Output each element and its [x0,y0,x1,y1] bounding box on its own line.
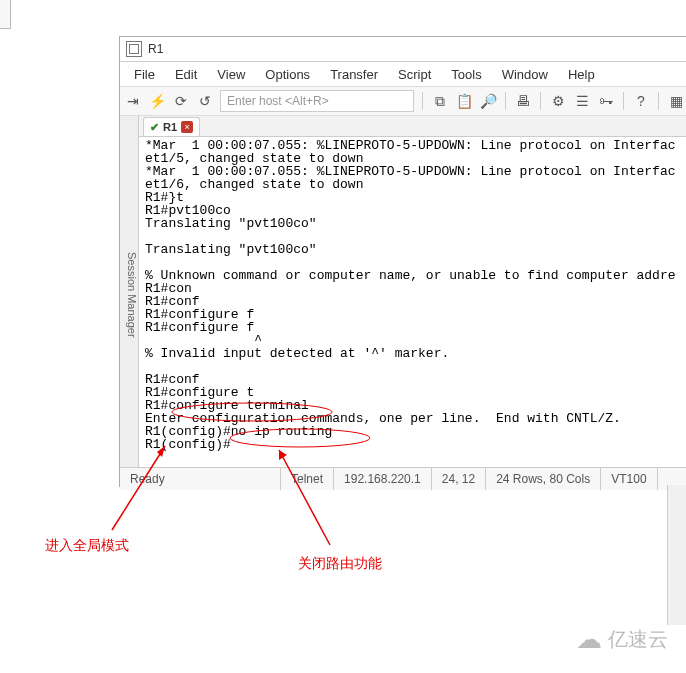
toolbar-separator [422,92,423,110]
host-input[interactable]: Enter host <Alt+R> [220,90,414,112]
about-icon[interactable]: ▦ [667,92,685,110]
menu-options[interactable]: Options [255,67,320,82]
annotation-enter-global-mode: 进入全局模式 [45,537,129,555]
toolbar-separator [658,92,659,110]
status-host: 192.168.220.1 [334,468,432,490]
titlebar[interactable]: R1 [120,37,686,62]
settings-icon[interactable]: ⚙ [549,92,567,110]
quick-connect-icon[interactable]: ⚡ [148,92,166,110]
connect-icon[interactable]: ⇥ [124,92,142,110]
status-ready: Ready [120,468,281,490]
tab-close-icon[interactable]: × [181,121,193,133]
menu-script[interactable]: Script [388,67,441,82]
session-manager-tab[interactable]: Session Manager [120,116,139,467]
tab-label: R1 [163,121,177,133]
toolbar-separator [540,92,541,110]
cloud-icon: ☁ [576,624,602,655]
status-bar: Ready Telnet 192.168.220.1 24, 12 24 Row… [120,467,686,490]
terminal-window: R1 File Edit View Options Transfer Scrip… [119,36,686,487]
status-term-type: VT100 [601,468,657,490]
status-protocol: Telnet [281,468,334,490]
status-cursor-pos: 24, 12 [432,468,486,490]
app-icon [126,41,142,57]
watermark: ☁ 亿速云 [576,624,668,655]
watermark-text: 亿速云 [608,626,668,653]
menu-transfer[interactable]: Transfer [320,67,388,82]
toolbar: ⇥ ⚡ ⟳ ↺ Enter host <Alt+R> ⧉ 📋 🔎 🖶 ⚙ ☰ 🗝… [120,87,686,116]
disconnect-icon[interactable]: ↺ [196,92,214,110]
background-window-stub [0,0,11,29]
terminal-output[interactable]: *Mar 1 00:00:07.055: %LINEPROTO-5-UPDOWN… [139,137,686,467]
help-icon[interactable]: ? [632,92,650,110]
key-icon[interactable]: 🗝 [597,92,615,110]
menu-tools[interactable]: Tools [441,67,491,82]
outer-scrollbar[interactable] [667,485,686,625]
menu-view[interactable]: View [207,67,255,82]
session-options-icon[interactable]: ☰ [573,92,591,110]
annotation-disable-routing: 关闭路由功能 [298,555,382,573]
main-panel: ✔ R1 × *Mar 1 00:00:07.055: %LINEPROTO-5… [139,116,686,467]
print-icon[interactable]: 🖶 [514,92,532,110]
menu-file[interactable]: File [124,67,165,82]
find-icon[interactable]: 🔎 [479,92,497,110]
copy-icon[interactable]: ⧉ [431,92,449,110]
paste-icon[interactable]: 📋 [455,92,473,110]
reconnect-icon[interactable]: ⟳ [172,92,190,110]
connected-check-icon: ✔ [150,121,159,134]
menu-edit[interactable]: Edit [165,67,207,82]
window-title: R1 [148,42,163,56]
tab-strip: ✔ R1 × [139,116,686,137]
toolbar-separator [505,92,506,110]
menu-window[interactable]: Window [492,67,558,82]
menubar: File Edit View Options Transfer Script T… [120,62,686,87]
toolbar-separator [623,92,624,110]
session-tab-r1[interactable]: ✔ R1 × [143,117,200,136]
menu-help[interactable]: Help [558,67,605,82]
status-dimensions: 24 Rows, 80 Cols [486,468,601,490]
